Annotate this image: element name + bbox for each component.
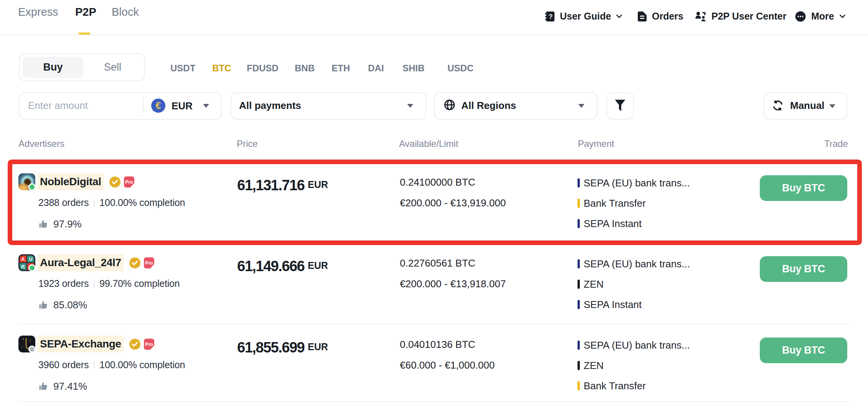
svg-text:Pro: Pro — [145, 341, 153, 347]
svg-text:?: ? — [549, 13, 553, 20]
svg-text:Pro: Pro — [145, 260, 153, 265]
